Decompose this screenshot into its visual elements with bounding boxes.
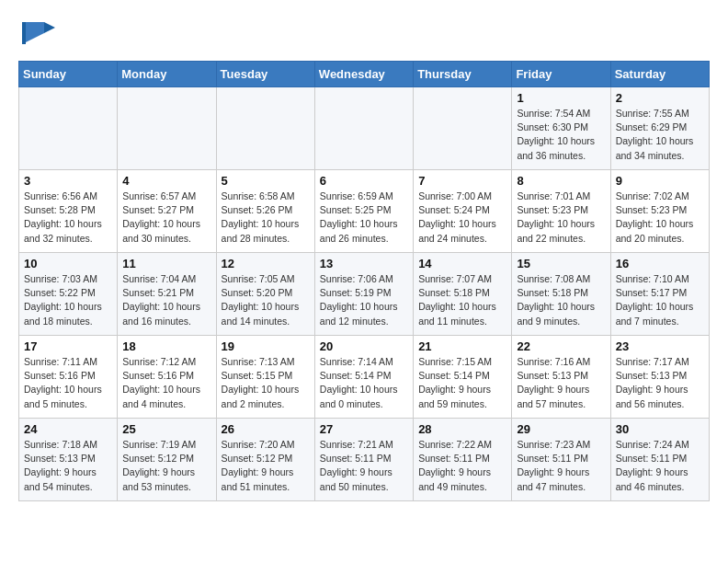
calendar-week-1: 1Sunrise: 7:54 AM Sunset: 6:30 PM Daylig…	[19, 87, 710, 170]
calendar-cell: 20Sunrise: 7:14 AM Sunset: 5:14 PM Dayli…	[314, 336, 413, 419]
day-info: Sunrise: 7:05 AM Sunset: 5:20 PM Dayligh…	[222, 272, 310, 328]
weekday-header-wednesday: Wednesday	[314, 62, 413, 87]
day-number: 5	[222, 174, 310, 188]
day-number: 4	[122, 174, 210, 188]
calendar-week-3: 10Sunrise: 7:03 AM Sunset: 5:22 PM Dayli…	[19, 253, 710, 336]
day-number: 6	[320, 174, 408, 188]
calendar-cell: 18Sunrise: 7:12 AM Sunset: 5:16 PM Dayli…	[118, 336, 216, 419]
day-info: Sunrise: 7:21 AM Sunset: 5:11 PM Dayligh…	[320, 438, 408, 494]
day-info: Sunrise: 7:00 AM Sunset: 5:24 PM Dayligh…	[418, 190, 506, 246]
calendar-week-5: 24Sunrise: 7:18 AM Sunset: 5:13 PM Dayli…	[19, 419, 710, 501]
weekday-header-saturday: Saturday	[610, 62, 709, 87]
weekday-header-row: SundayMondayTuesdayWednesdayThursdayFrid…	[19, 62, 710, 87]
weekday-header-sunday: Sunday	[19, 62, 118, 87]
day-info: Sunrise: 7:06 AM Sunset: 5:19 PM Dayligh…	[320, 272, 408, 328]
day-info: Sunrise: 7:08 AM Sunset: 5:18 PM Dayligh…	[517, 272, 605, 328]
day-number: 14	[418, 257, 506, 270]
calendar-table: SundayMondayTuesdayWednesdayThursdayFrid…	[18, 61, 710, 501]
day-number: 27	[320, 422, 408, 436]
day-info: Sunrise: 7:16 AM Sunset: 5:13 PM Dayligh…	[517, 355, 605, 411]
day-number: 19	[222, 339, 310, 353]
day-number: 18	[122, 339, 210, 353]
calendar-cell: 14Sunrise: 7:07 AM Sunset: 5:18 PM Dayli…	[414, 253, 512, 336]
calendar-cell: 13Sunrise: 7:06 AM Sunset: 5:19 PM Dayli…	[314, 253, 413, 336]
day-number: 9	[616, 174, 704, 188]
day-number: 3	[24, 174, 112, 188]
logo-icon	[18, 15, 55, 52]
calendar-cell	[118, 87, 216, 170]
day-info: Sunrise: 7:24 AM Sunset: 5:11 PM Dayligh…	[616, 438, 704, 494]
weekday-header-tuesday: Tuesday	[216, 62, 314, 87]
day-info: Sunrise: 7:20 AM Sunset: 5:12 PM Dayligh…	[222, 438, 310, 494]
calendar-cell: 10Sunrise: 7:03 AM Sunset: 5:22 PM Dayli…	[19, 253, 118, 336]
day-info: Sunrise: 7:23 AM Sunset: 5:11 PM Dayligh…	[517, 438, 605, 494]
day-info: Sunrise: 7:10 AM Sunset: 5:17 PM Dayligh…	[616, 272, 704, 328]
day-info: Sunrise: 7:55 AM Sunset: 6:29 PM Dayligh…	[616, 107, 704, 163]
day-info: Sunrise: 7:04 AM Sunset: 5:21 PM Dayligh…	[122, 272, 210, 328]
calendar-cell: 9Sunrise: 7:02 AM Sunset: 5:23 PM Daylig…	[610, 170, 709, 253]
day-info: Sunrise: 7:19 AM Sunset: 5:12 PM Dayligh…	[122, 438, 210, 494]
day-number: 13	[320, 257, 408, 270]
day-number: 29	[517, 422, 605, 436]
day-info: Sunrise: 7:17 AM Sunset: 5:13 PM Dayligh…	[616, 355, 704, 411]
day-number: 11	[122, 257, 210, 270]
day-info: Sunrise: 6:56 AM Sunset: 5:28 PM Dayligh…	[24, 190, 112, 246]
calendar-cell: 2Sunrise: 7:55 AM Sunset: 6:29 PM Daylig…	[610, 87, 709, 170]
day-number: 7	[418, 174, 506, 188]
calendar-cell: 7Sunrise: 7:00 AM Sunset: 5:24 PM Daylig…	[414, 170, 512, 253]
day-number: 2	[616, 91, 704, 105]
day-number: 28	[418, 422, 506, 436]
day-info: Sunrise: 6:57 AM Sunset: 5:27 PM Dayligh…	[122, 190, 210, 246]
calendar-cell: 15Sunrise: 7:08 AM Sunset: 5:18 PM Dayli…	[512, 253, 610, 336]
svg-rect-2	[22, 22, 26, 44]
header	[18, 15, 710, 52]
day-number: 25	[122, 422, 210, 436]
calendar-cell: 6Sunrise: 6:59 AM Sunset: 5:25 PM Daylig…	[314, 170, 413, 253]
day-info: Sunrise: 7:14 AM Sunset: 5:14 PM Dayligh…	[320, 355, 408, 411]
calendar-cell: 25Sunrise: 7:19 AM Sunset: 5:12 PM Dayli…	[118, 419, 216, 501]
calendar-cell: 24Sunrise: 7:18 AM Sunset: 5:13 PM Dayli…	[19, 419, 118, 501]
weekday-header-thursday: Thursday	[414, 62, 512, 87]
calendar-cell	[216, 87, 314, 170]
calendar-cell: 5Sunrise: 6:58 AM Sunset: 5:26 PM Daylig…	[216, 170, 314, 253]
day-number: 10	[24, 257, 112, 270]
svg-marker-1	[44, 22, 55, 33]
day-number: 12	[222, 257, 310, 270]
day-number: 15	[517, 257, 605, 270]
calendar-cell: 30Sunrise: 7:24 AM Sunset: 5:11 PM Dayli…	[610, 419, 709, 501]
day-info: Sunrise: 6:59 AM Sunset: 5:25 PM Dayligh…	[320, 190, 408, 246]
calendar-cell: 12Sunrise: 7:05 AM Sunset: 5:20 PM Dayli…	[216, 253, 314, 336]
calendar-cell	[414, 87, 512, 170]
calendar-body: 1Sunrise: 7:54 AM Sunset: 6:30 PM Daylig…	[19, 87, 710, 501]
day-info: Sunrise: 7:13 AM Sunset: 5:15 PM Dayligh…	[222, 355, 310, 411]
day-number: 17	[24, 339, 112, 353]
day-info: Sunrise: 7:07 AM Sunset: 5:18 PM Dayligh…	[418, 272, 506, 328]
calendar-cell: 19Sunrise: 7:13 AM Sunset: 5:15 PM Dayli…	[216, 336, 314, 419]
weekday-header-monday: Monday	[118, 62, 216, 87]
calendar-cell: 28Sunrise: 7:22 AM Sunset: 5:11 PM Dayli…	[414, 419, 512, 501]
calendar-cell: 11Sunrise: 7:04 AM Sunset: 5:21 PM Dayli…	[118, 253, 216, 336]
calendar-cell: 16Sunrise: 7:10 AM Sunset: 5:17 PM Dayli…	[610, 253, 709, 336]
day-number: 20	[320, 339, 408, 353]
calendar-cell: 26Sunrise: 7:20 AM Sunset: 5:12 PM Dayli…	[216, 419, 314, 501]
day-number: 22	[517, 339, 605, 353]
day-number: 26	[222, 422, 310, 436]
calendar-cell: 8Sunrise: 7:01 AM Sunset: 5:23 PM Daylig…	[512, 170, 610, 253]
calendar-cell: 17Sunrise: 7:11 AM Sunset: 5:16 PM Dayli…	[19, 336, 118, 419]
calendar-cell: 1Sunrise: 7:54 AM Sunset: 6:30 PM Daylig…	[512, 87, 610, 170]
calendar-week-2: 3Sunrise: 6:56 AM Sunset: 5:28 PM Daylig…	[19, 170, 710, 253]
day-info: Sunrise: 7:18 AM Sunset: 5:13 PM Dayligh…	[24, 438, 112, 494]
calendar-cell: 27Sunrise: 7:21 AM Sunset: 5:11 PM Dayli…	[314, 419, 413, 501]
logo	[18, 15, 59, 52]
day-info: Sunrise: 6:58 AM Sunset: 5:26 PM Dayligh…	[222, 190, 310, 246]
calendar-cell: 29Sunrise: 7:23 AM Sunset: 5:11 PM Dayli…	[512, 419, 610, 501]
day-info: Sunrise: 7:22 AM Sunset: 5:11 PM Dayligh…	[418, 438, 506, 494]
day-number: 23	[616, 339, 704, 353]
calendar-cell: 23Sunrise: 7:17 AM Sunset: 5:13 PM Dayli…	[610, 336, 709, 419]
calendar-header: SundayMondayTuesdayWednesdayThursdayFrid…	[19, 62, 710, 87]
calendar-cell: 22Sunrise: 7:16 AM Sunset: 5:13 PM Dayli…	[512, 336, 610, 419]
day-number: 30	[616, 422, 704, 436]
day-number: 16	[616, 257, 704, 270]
page: SundayMondayTuesdayWednesdayThursdayFrid…	[0, 0, 728, 516]
day-number: 1	[517, 91, 605, 105]
